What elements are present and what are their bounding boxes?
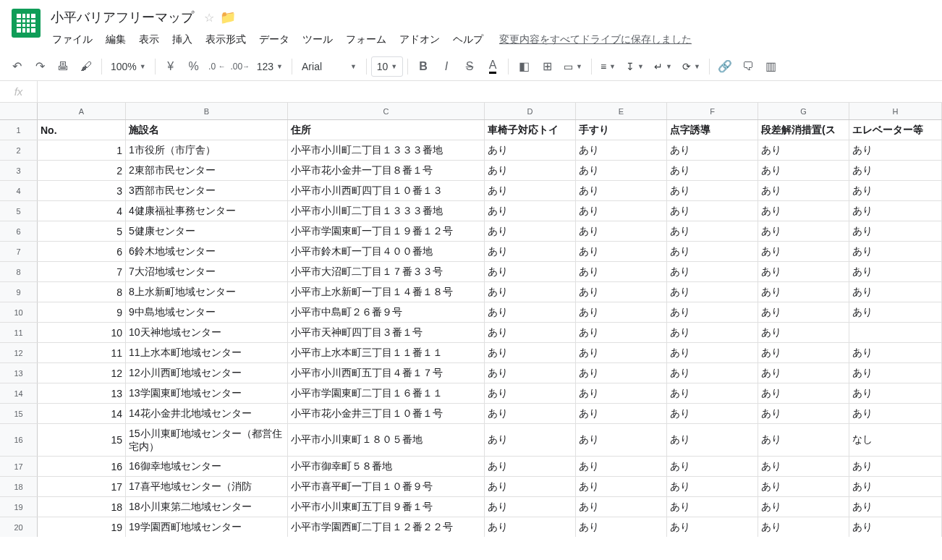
cell[interactable]: あり (667, 477, 758, 496)
cell[interactable]: あり (758, 282, 849, 302)
cell[interactable]: 段差解消措置(ス (758, 120, 849, 140)
row-header[interactable]: 19 (0, 497, 38, 517)
cell[interactable]: あり (667, 181, 758, 200)
cell[interactable]: 11上水本町地域センター (126, 343, 288, 362)
cell[interactable]: あり (849, 343, 942, 362)
cell[interactable]: あり (849, 282, 942, 302)
cell[interactable]: 5 (38, 221, 126, 241)
cell[interactable]: あり (576, 457, 667, 476)
cell[interactable]: 小平市小川西町五丁目４番１７号 (288, 363, 485, 383)
paint-format-button[interactable]: 🖌 (75, 56, 97, 77)
menu-tools[interactable]: ツール (297, 30, 339, 49)
valign-button[interactable]: ↧▼ (621, 56, 648, 77)
row-header[interactable]: 14 (0, 383, 38, 403)
increase-decimal-button[interactable]: .00→ (229, 56, 251, 77)
cell[interactable]: 小平市御幸町５８番地 (288, 457, 485, 476)
row-header[interactable]: 16 (0, 424, 38, 456)
cell[interactable]: なし (849, 424, 942, 456)
cell[interactable]: あり (485, 242, 576, 261)
cell[interactable]: 手すり (576, 120, 667, 140)
row-header[interactable]: 8 (0, 262, 38, 281)
decrease-decimal-button[interactable]: .0 ← (206, 56, 228, 77)
cell[interactable]: 17 (38, 477, 126, 496)
cell[interactable]: あり (576, 282, 667, 302)
row-header[interactable]: 5 (0, 201, 38, 221)
cell[interactable]: あり (758, 242, 849, 261)
row-header[interactable]: 15 (0, 404, 38, 423)
cell[interactable]: あり (485, 517, 576, 537)
currency-button[interactable]: ¥ (160, 56, 182, 77)
print-button[interactable]: 🖶 (52, 56, 74, 77)
link-button[interactable]: 🔗 (714, 56, 736, 77)
cell[interactable]: 18小川東第二地域センター (126, 497, 288, 517)
number-format-select[interactable]: 123▼ (253, 56, 287, 77)
cell[interactable]: あり (667, 201, 758, 221)
cell[interactable]: あり (667, 424, 758, 456)
cell[interactable]: あり (667, 242, 758, 261)
menu-insert[interactable]: 挿入 (166, 30, 198, 49)
menu-edit[interactable]: 編集 (100, 30, 132, 49)
cell[interactable]: 8上水新町地域センター (126, 282, 288, 302)
cell[interactable]: 6 (38, 242, 126, 261)
cell[interactable]: あり (485, 302, 576, 322)
cell[interactable]: 小平市上水新町一丁目１４番１８号 (288, 282, 485, 302)
select-all-corner[interactable] (0, 103, 38, 119)
cell[interactable]: あり (667, 343, 758, 362)
doc-title[interactable]: 小平バリアフリーマップ (46, 7, 198, 27)
cell[interactable]: あり (758, 161, 849, 180)
cell[interactable]: 小平市花小金井一丁目８番１号 (288, 161, 485, 180)
cell[interactable]: あり (576, 201, 667, 221)
cell[interactable]: あり (849, 383, 942, 403)
cell[interactable]: あり (758, 517, 849, 537)
cell[interactable]: あり (849, 404, 942, 423)
cell[interactable]: 小平市天神町四丁目３番１号 (288, 323, 485, 342)
cell[interactable]: あり (667, 282, 758, 302)
menu-view[interactable]: 表示 (133, 30, 165, 49)
cell[interactable]: 施設名 (126, 120, 288, 140)
font-size-select[interactable]: 10▼ (371, 56, 403, 77)
cell[interactable]: 3西部市民センター (126, 181, 288, 200)
col-header-A[interactable]: A (38, 103, 126, 119)
rotate-button[interactable]: ⟳▼ (678, 56, 705, 77)
cell[interactable]: あり (667, 323, 758, 342)
cell[interactable]: あり (849, 262, 942, 281)
cell[interactable]: あり (758, 424, 849, 456)
cell[interactable]: 小平市鈴木町一丁目４００番地 (288, 242, 485, 261)
cell[interactable]: 12 (38, 363, 126, 383)
cell[interactable]: 14 (38, 404, 126, 423)
cell[interactable]: あり (667, 161, 758, 180)
fill-color-button[interactable]: ◧ (513, 56, 535, 77)
cell[interactable]: あり (758, 201, 849, 221)
row-header[interactable]: 9 (0, 282, 38, 302)
menu-form[interactable]: フォーム (340, 30, 392, 49)
cell[interactable]: あり (485, 221, 576, 241)
undo-button[interactable]: ↶ (6, 56, 27, 77)
row-header[interactable]: 1 (0, 120, 38, 140)
col-header-H[interactable]: H (849, 103, 942, 119)
cell[interactable]: 2東部市民センター (126, 161, 288, 180)
cell[interactable]: あり (849, 201, 942, 221)
cell[interactable]: あり (758, 302, 849, 322)
cell[interactable]: 19学園西町地域センター (126, 517, 288, 537)
row-header[interactable]: 20 (0, 517, 38, 537)
cell[interactable]: あり (849, 221, 942, 241)
cell[interactable]: 19 (38, 517, 126, 537)
text-color-button[interactable]: A (482, 56, 504, 77)
cell[interactable]: あり (849, 363, 942, 383)
cell[interactable]: エレベーター等 (849, 120, 942, 140)
cell[interactable]: あり (758, 477, 849, 496)
spreadsheet-grid[interactable]: A B C D E F G H 1No.施設名住所車椅子対応トイ手すり点字誘導段… (0, 103, 942, 537)
cell[interactable]: あり (667, 302, 758, 322)
row-header[interactable]: 11 (0, 323, 38, 342)
cell[interactable]: あり (576, 242, 667, 261)
col-header-E[interactable]: E (576, 103, 667, 119)
row-header[interactable]: 3 (0, 161, 38, 180)
cell[interactable]: 16 (38, 457, 126, 476)
cell[interactable]: 12小川西町地域センター (126, 363, 288, 383)
cell[interactable]: 4 (38, 201, 126, 221)
menu-data[interactable]: データ (253, 30, 295, 49)
cell[interactable]: あり (576, 363, 667, 383)
formula-input[interactable] (38, 81, 942, 102)
cell[interactable]: あり (758, 497, 849, 517)
merge-button[interactable]: ▭▼ (559, 56, 587, 77)
